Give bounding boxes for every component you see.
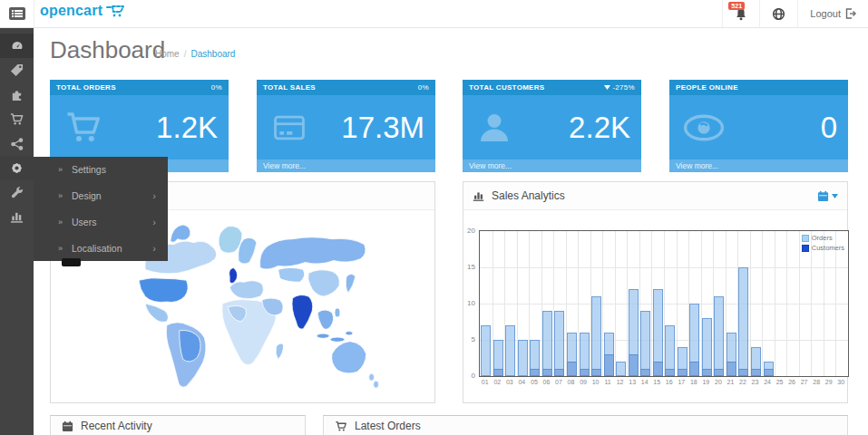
sidebar-item-dashboard[interactable]: [0, 34, 34, 58]
customers-bar: [493, 369, 503, 376]
tooltip-artifact: [62, 258, 81, 266]
chart-legend: Orders Customers: [802, 234, 844, 254]
orders-bar: [640, 311, 650, 376]
flyout-item-design[interactable]: »Design›: [34, 183, 168, 209]
flyout-item-users[interactable]: »Users›: [34, 209, 168, 236]
sales-analytics-title: Sales Analytics: [492, 189, 565, 202]
customers-swatch: [802, 245, 809, 252]
view-more-link[interactable]: View more...: [463, 160, 641, 172]
x-axis-tick: 12: [614, 379, 627, 385]
user-icon: [476, 110, 512, 146]
orders-bar: [591, 296, 601, 376]
tile-percent: 0%: [211, 83, 222, 92]
logout-button[interactable]: Logout: [797, 0, 868, 27]
x-axis-tick: 01: [479, 379, 492, 385]
y-axis-tick: 5: [463, 335, 475, 343]
x-axis-tick: 23: [749, 379, 762, 385]
orders-bar: [542, 311, 552, 376]
orders-bar: [738, 267, 748, 376]
tile-value: 17.3M: [341, 111, 424, 145]
notification-badge: 521: [728, 2, 745, 10]
orders-bar: [702, 318, 712, 376]
double-angle-icon: »: [58, 218, 63, 227]
flyout-item-localisation[interactable]: »Localisation›: [34, 235, 168, 261]
x-axis-tick: 08: [565, 379, 578, 385]
sidebar-item-marketing[interactable]: [0, 131, 34, 156]
sidebar-item-reports[interactable]: [0, 205, 34, 229]
sidebar-item-catalog[interactable]: [0, 58, 34, 82]
x-axis-tick: 16: [663, 379, 676, 385]
sidebar-item-tools[interactable]: [0, 180, 34, 205]
speedometer-icon: [10, 39, 24, 53]
customers-bar: [653, 362, 663, 376]
customers-bar: [640, 369, 650, 376]
customers-bar: [530, 369, 540, 376]
notifications-button[interactable]: 521: [722, 0, 759, 27]
view-more-link[interactable]: View more...: [669, 160, 848, 172]
breadcrumb-home[interactable]: Home: [155, 49, 180, 59]
caret-down-icon: [604, 85, 610, 90]
sidebar-item-extensions[interactable]: [0, 82, 34, 107]
tile-percent: -275%: [612, 83, 635, 92]
date-range-dropdown[interactable]: [817, 190, 838, 202]
bar-chart-icon: [473, 190, 484, 202]
y-axis-tick: 10: [463, 299, 475, 307]
x-axis-tick: 25: [774, 379, 786, 385]
customers-bar: [751, 369, 761, 376]
customers-bar: [554, 369, 564, 376]
x-axis-tick: 21: [724, 379, 736, 385]
y-axis-tick: 0: [463, 372, 475, 380]
opencart-logo[interactable]: opencart: [40, 3, 126, 19]
x-axis-tick: 20: [712, 379, 725, 385]
system-submenu-flyout: »Settings»Design›»Users›»Localisation›: [34, 157, 168, 261]
x-axis-tick: 17: [675, 379, 688, 385]
tile-total-sales: TOTAL SALES 0% 17.3M View more...: [257, 80, 435, 172]
tile-value: 1.2K: [156, 111, 218, 145]
double-angle-icon: »: [58, 191, 63, 200]
tag-icon: [10, 63, 24, 77]
breadcrumb-current[interactable]: Dashboard: [190, 49, 235, 59]
menu-toggle-button[interactable]: [0, 0, 34, 27]
orders-bar: [616, 362, 626, 376]
customers-bar: [591, 369, 601, 376]
customers-bar: [764, 369, 774, 376]
gridline: [480, 267, 848, 268]
recent-activity-panel: Recent Activity: [50, 415, 306, 435]
recent-activity-title: Recent Activity: [81, 420, 152, 432]
orders-bar: [481, 325, 491, 376]
cart-logo-icon: [106, 4, 126, 18]
view-more-link[interactable]: View more...: [257, 160, 435, 172]
tile-label: PEOPLE ONLINE: [676, 83, 738, 92]
store-front-button[interactable]: [759, 0, 797, 27]
flyout-item-settings[interactable]: »Settings: [34, 157, 168, 183]
tile-percent: 0%: [418, 83, 429, 92]
tile-label: TOTAL CUSTOMERS: [469, 83, 544, 92]
double-angle-icon: »: [58, 244, 63, 253]
orders-bar: [714, 296, 724, 376]
x-axis-tick: 18: [688, 379, 700, 385]
x-axis-tick: 19: [699, 379, 712, 385]
sales-analytics-chart: Orders Customers 05101520010203040506070…: [463, 210, 847, 402]
tile-people-online: PEOPLE ONLINE 0 View more...: [669, 80, 848, 172]
customers-bar: [567, 362, 577, 376]
hamburger-icon: [9, 7, 25, 20]
chart-plot-area: Orders Customers: [479, 230, 849, 377]
x-axis-tick: 05: [528, 379, 541, 385]
sidebar-item-sales[interactable]: [0, 107, 34, 131]
calendar-icon: [817, 190, 829, 202]
sidebar-nav: [0, 27, 34, 435]
sidebar-item-system[interactable]: [0, 156, 34, 180]
logout-label: Logout: [810, 8, 841, 19]
x-axis-tick: 29: [823, 379, 835, 385]
x-axis-tick: 02: [491, 379, 503, 385]
x-axis-tick: 30: [834, 379, 847, 385]
x-axis-tick: 13: [626, 379, 639, 385]
tile-label: TOTAL SALES: [263, 83, 316, 92]
cart-icon: [335, 420, 347, 432]
topbar-actions: 521 Logout: [722, 0, 868, 27]
customers-bar: [738, 369, 748, 376]
sales-analytics-panel: Sales Analytics Orders Customers 0510152…: [463, 181, 848, 403]
orders-bar: [505, 325, 515, 376]
tile-label: TOTAL ORDERS: [56, 83, 116, 92]
breadcrumb: Home / Dashboard: [155, 49, 235, 59]
